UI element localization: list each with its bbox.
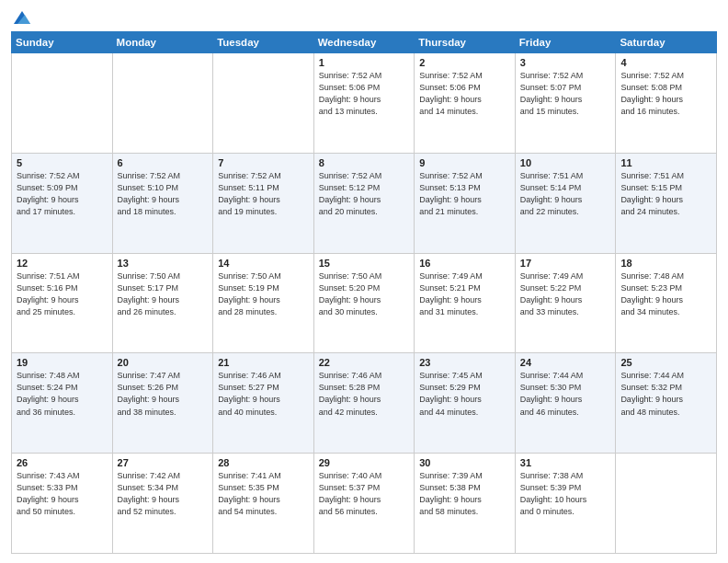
calendar-week-row: 1Sunrise: 7:52 AM Sunset: 5:06 PM Daylig…	[12, 53, 717, 154]
calendar-cell	[213, 53, 314, 154]
day-number: 29	[319, 457, 410, 468]
day-number: 30	[419, 457, 510, 468]
day-info: Sunrise: 7:52 AM Sunset: 5:07 PM Dayligh…	[520, 70, 611, 118]
day-info: Sunrise: 7:52 AM Sunset: 5:12 PM Dayligh…	[319, 170, 410, 218]
day-number: 17	[520, 258, 611, 269]
day-number: 24	[520, 357, 611, 368]
day-info: Sunrise: 7:48 AM Sunset: 5:23 PM Dayligh…	[620, 270, 711, 318]
weekday-header-monday: Monday	[112, 32, 213, 53]
calendar-cell: 6Sunrise: 7:52 AM Sunset: 5:10 PM Daylig…	[112, 153, 213, 253]
day-info: Sunrise: 7:43 AM Sunset: 5:33 PM Dayligh…	[17, 470, 108, 518]
day-info: Sunrise: 7:41 AM Sunset: 5:35 PM Dayligh…	[218, 470, 309, 518]
day-info: Sunrise: 7:52 AM Sunset: 5:06 PM Dayligh…	[319, 70, 410, 118]
day-info: Sunrise: 7:40 AM Sunset: 5:37 PM Dayligh…	[319, 470, 410, 518]
calendar-cell: 10Sunrise: 7:51 AM Sunset: 5:14 PM Dayli…	[515, 153, 616, 253]
day-info: Sunrise: 7:52 AM Sunset: 5:08 PM Dayligh…	[620, 70, 711, 118]
calendar-week-row: 12Sunrise: 7:51 AM Sunset: 5:16 PM Dayli…	[12, 253, 717, 353]
day-info: Sunrise: 7:46 AM Sunset: 5:28 PM Dayligh…	[319, 370, 410, 418]
calendar-cell: 24Sunrise: 7:44 AM Sunset: 5:30 PM Dayli…	[515, 353, 616, 454]
calendar-cell: 7Sunrise: 7:52 AM Sunset: 5:11 PM Daylig…	[213, 153, 314, 253]
day-info: Sunrise: 7:52 AM Sunset: 5:13 PM Dayligh…	[419, 170, 510, 218]
calendar-table: SundayMondayTuesdayWednesdayThursdayFrid…	[11, 31, 717, 554]
calendar-cell: 25Sunrise: 7:44 AM Sunset: 5:32 PM Dayli…	[616, 353, 717, 454]
calendar-cell: 5Sunrise: 7:52 AM Sunset: 5:09 PM Daylig…	[12, 153, 113, 253]
calendar-cell: 4Sunrise: 7:52 AM Sunset: 5:08 PM Daylig…	[616, 53, 717, 154]
calendar-cell: 1Sunrise: 7:52 AM Sunset: 5:06 PM Daylig…	[313, 53, 415, 154]
day-info: Sunrise: 7:45 AM Sunset: 5:29 PM Dayligh…	[419, 370, 510, 418]
weekday-header-wednesday: Wednesday	[313, 32, 415, 53]
calendar-cell: 15Sunrise: 7:50 AM Sunset: 5:20 PM Dayli…	[313, 253, 415, 353]
calendar-cell: 26Sunrise: 7:43 AM Sunset: 5:33 PM Dayli…	[12, 454, 113, 554]
day-number: 7	[218, 157, 309, 168]
day-info: Sunrise: 7:50 AM Sunset: 5:19 PM Dayligh…	[218, 270, 309, 318]
day-number: 1	[319, 57, 410, 68]
day-number: 2	[419, 57, 510, 68]
calendar-week-row: 5Sunrise: 7:52 AM Sunset: 5:09 PM Daylig…	[12, 153, 717, 253]
weekday-header-tuesday: Tuesday	[213, 32, 314, 53]
day-number: 26	[17, 457, 108, 468]
calendar-cell: 28Sunrise: 7:41 AM Sunset: 5:35 PM Dayli…	[213, 454, 314, 554]
day-number: 4	[620, 57, 711, 68]
day-number: 15	[319, 258, 410, 269]
day-number: 3	[520, 57, 611, 68]
calendar-cell: 8Sunrise: 7:52 AM Sunset: 5:12 PM Daylig…	[313, 153, 415, 253]
day-info: Sunrise: 7:52 AM Sunset: 5:06 PM Dayligh…	[419, 70, 510, 118]
calendar-cell: 13Sunrise: 7:50 AM Sunset: 5:17 PM Dayli…	[112, 253, 213, 353]
calendar-cell: 29Sunrise: 7:40 AM Sunset: 5:37 PM Dayli…	[313, 454, 415, 554]
header	[11, 9, 717, 24]
calendar-cell: 11Sunrise: 7:51 AM Sunset: 5:15 PM Dayli…	[616, 153, 717, 253]
day-info: Sunrise: 7:51 AM Sunset: 5:14 PM Dayligh…	[520, 170, 611, 218]
calendar-cell: 20Sunrise: 7:47 AM Sunset: 5:26 PM Dayli…	[112, 353, 213, 454]
day-number: 27	[118, 457, 209, 468]
calendar-cell: 16Sunrise: 7:49 AM Sunset: 5:21 PM Dayli…	[415, 253, 516, 353]
weekday-header-friday: Friday	[515, 32, 616, 53]
day-number: 31	[520, 457, 611, 468]
day-number: 5	[17, 157, 108, 168]
weekday-header-row: SundayMondayTuesdayWednesdayThursdayFrid…	[12, 32, 717, 53]
calendar-cell: 21Sunrise: 7:46 AM Sunset: 5:27 PM Dayli…	[213, 353, 314, 454]
calendar-cell: 23Sunrise: 7:45 AM Sunset: 5:29 PM Dayli…	[415, 353, 516, 454]
day-number: 18	[620, 258, 711, 269]
calendar-cell: 19Sunrise: 7:48 AM Sunset: 5:24 PM Dayli…	[12, 353, 113, 454]
day-info: Sunrise: 7:46 AM Sunset: 5:27 PM Dayligh…	[218, 370, 309, 418]
calendar-cell: 2Sunrise: 7:52 AM Sunset: 5:06 PM Daylig…	[415, 53, 516, 154]
day-info: Sunrise: 7:52 AM Sunset: 5:11 PM Dayligh…	[218, 170, 309, 218]
calendar-cell: 12Sunrise: 7:51 AM Sunset: 5:16 PM Dayli…	[12, 253, 113, 353]
calendar-cell: 14Sunrise: 7:50 AM Sunset: 5:19 PM Dayli…	[213, 253, 314, 353]
day-number: 8	[319, 157, 410, 168]
calendar-week-row: 19Sunrise: 7:48 AM Sunset: 5:24 PM Dayli…	[12, 353, 717, 454]
day-number: 28	[218, 457, 309, 468]
day-info: Sunrise: 7:51 AM Sunset: 5:15 PM Dayligh…	[620, 170, 711, 218]
weekday-header-sunday: Sunday	[12, 32, 113, 53]
day-info: Sunrise: 7:49 AM Sunset: 5:21 PM Dayligh…	[419, 270, 510, 318]
weekday-header-saturday: Saturday	[616, 32, 717, 53]
day-number: 13	[118, 258, 209, 269]
day-number: 11	[620, 157, 711, 168]
weekday-header-thursday: Thursday	[415, 32, 516, 53]
calendar-cell: 18Sunrise: 7:48 AM Sunset: 5:23 PM Dayli…	[616, 253, 717, 353]
day-info: Sunrise: 7:42 AM Sunset: 5:34 PM Dayligh…	[118, 470, 209, 518]
day-number: 22	[319, 357, 410, 368]
calendar-cell: 30Sunrise: 7:39 AM Sunset: 5:38 PM Dayli…	[415, 454, 516, 554]
calendar-cell: 27Sunrise: 7:42 AM Sunset: 5:34 PM Dayli…	[112, 454, 213, 554]
day-info: Sunrise: 7:48 AM Sunset: 5:24 PM Dayligh…	[17, 370, 108, 418]
calendar-cell	[12, 53, 113, 154]
day-info: Sunrise: 7:38 AM Sunset: 5:39 PM Dayligh…	[520, 470, 611, 518]
calendar-cell: 17Sunrise: 7:49 AM Sunset: 5:22 PM Dayli…	[515, 253, 616, 353]
day-number: 23	[419, 357, 510, 368]
day-number: 10	[520, 157, 611, 168]
day-info: Sunrise: 7:52 AM Sunset: 5:09 PM Dayligh…	[17, 170, 108, 218]
day-number: 9	[419, 157, 510, 168]
day-info: Sunrise: 7:51 AM Sunset: 5:16 PM Dayligh…	[17, 270, 108, 318]
day-number: 19	[17, 357, 108, 368]
day-number: 6	[118, 157, 209, 168]
calendar-cell	[616, 454, 717, 554]
calendar-cell: 31Sunrise: 7:38 AM Sunset: 5:39 PM Dayli…	[515, 454, 616, 554]
day-number: 16	[419, 258, 510, 269]
page: SundayMondayTuesdayWednesdayThursdayFrid…	[0, 0, 728, 563]
day-info: Sunrise: 7:50 AM Sunset: 5:20 PM Dayligh…	[319, 270, 410, 318]
calendar-cell: 22Sunrise: 7:46 AM Sunset: 5:28 PM Dayli…	[313, 353, 415, 454]
calendar-week-row: 26Sunrise: 7:43 AM Sunset: 5:33 PM Dayli…	[12, 454, 717, 554]
day-number: 20	[118, 357, 209, 368]
day-info: Sunrise: 7:44 AM Sunset: 5:30 PM Dayligh…	[520, 370, 611, 418]
